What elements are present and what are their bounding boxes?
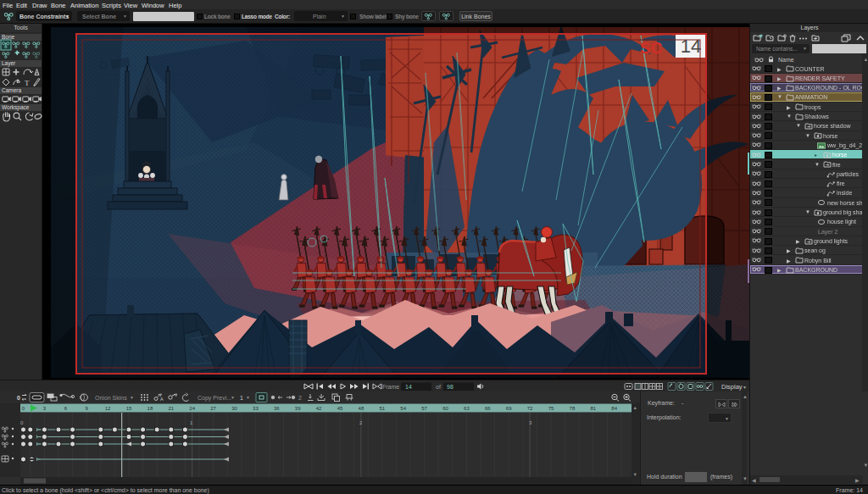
svg-text:SC: SC: [640, 39, 663, 57]
svg-text:12: 12: [105, 406, 111, 411]
svg-text:0: 0: [17, 395, 20, 401]
svg-text:60: 60: [442, 406, 448, 411]
svg-text:51: 51: [379, 406, 385, 411]
svg-text:A: A: [160, 397, 164, 402]
svg-text:30: 30: [231, 406, 237, 411]
svg-text:of: of: [436, 384, 441, 390]
svg-text:24: 24: [189, 406, 195, 411]
svg-text:15: 15: [126, 406, 132, 411]
svg-text:45: 45: [337, 406, 343, 411]
svg-text:78: 78: [570, 406, 576, 411]
svg-text:33: 33: [253, 406, 259, 411]
svg-text:75: 75: [548, 406, 554, 411]
svg-text:▼: ▼: [633, 472, 637, 477]
svg-text:48: 48: [359, 406, 364, 411]
svg-text:Copy Previ...: Copy Previ...: [198, 395, 231, 402]
svg-text:66: 66: [485, 406, 491, 411]
svg-text:42: 42: [316, 406, 322, 411]
svg-text:Frame: Frame: [382, 384, 399, 390]
svg-text:21: 21: [168, 406, 174, 411]
svg-text:69: 69: [506, 406, 512, 411]
svg-text:84: 84: [611, 406, 617, 411]
svg-text:98: 98: [447, 384, 453, 390]
svg-text:14: 14: [405, 384, 412, 390]
svg-text:▼: ▼: [231, 395, 235, 400]
svg-text:63: 63: [464, 406, 470, 411]
svg-text:▼: ▼: [743, 385, 747, 390]
svg-text:72: 72: [527, 406, 533, 411]
svg-text:▲: ▲: [633, 405, 637, 410]
svg-text:▼: ▼: [246, 395, 250, 400]
svg-text:14: 14: [681, 36, 701, 57]
svg-text:81: 81: [590, 406, 596, 411]
svg-text:18: 18: [147, 406, 153, 411]
svg-text:Display: Display: [721, 383, 743, 391]
svg-text:T: T: [25, 79, 30, 87]
svg-text:39: 39: [295, 406, 301, 411]
svg-text:54: 54: [400, 406, 406, 411]
svg-text:Onion Skins: Onion Skins: [95, 395, 127, 401]
svg-text:57: 57: [421, 406, 427, 411]
svg-text:36: 36: [274, 406, 280, 411]
svg-text:27: 27: [210, 406, 216, 411]
svg-text:▼: ▼: [130, 395, 134, 400]
svg-text:2: 2: [298, 395, 302, 401]
svg-text:1: 1: [240, 395, 243, 401]
